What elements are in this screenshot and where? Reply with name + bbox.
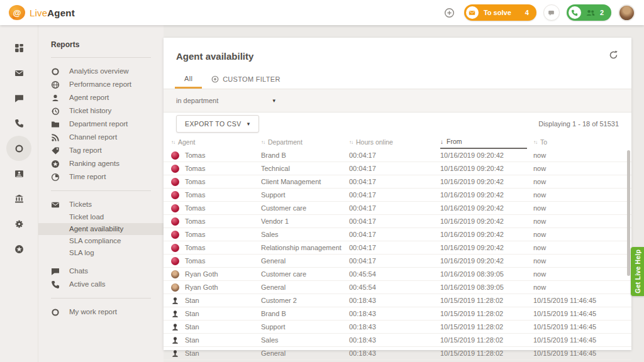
export-to-csv-button[interactable]: EXPORT TO CSV ▾ [176, 115, 259, 133]
sidebar-item-ticket-history[interactable]: Ticket history [38, 104, 164, 118]
hours-online-cell: 00:18:43 [349, 323, 440, 331]
agent-avatar [171, 270, 179, 278]
sidebar-subitem-sla-compliance[interactable]: SLA compliance [38, 235, 164, 247]
rail-item-company[interactable] [6, 186, 31, 211]
agent-name: Tomas [185, 217, 205, 225]
refresh-button[interactable] [609, 50, 619, 60]
column-header-to[interactable]: ↑↓To [533, 135, 625, 149]
plus-circle-icon [444, 8, 455, 18]
plus-circle-icon [211, 75, 219, 83]
table-row[interactable]: StanSales00:18:4310/15/2019 11:28:0210/1… [164, 334, 631, 347]
calls-status-button[interactable]: 2 [567, 4, 611, 21]
sort-icon: ↑↓ [261, 140, 265, 145]
rail-item-settings[interactable] [6, 211, 31, 236]
table-row[interactable]: StanSupport00:18:4310/15/2019 11:28:0210… [164, 321, 631, 334]
rail-item-calls[interactable] [6, 111, 31, 136]
sidebar-item-my-work-report[interactable]: My work report [38, 305, 164, 319]
sidebar-item-time-report[interactable]: Time report [38, 170, 164, 184]
sidebar-item-label: Tag report [69, 146, 102, 155]
agent-avatar [171, 244, 179, 252]
sidebar-item-agent-report[interactable]: Agent report [38, 91, 164, 104]
table-row[interactable]: TomasTechnical00:04:1710/16/2019 09:20:4… [164, 162, 631, 175]
table-row[interactable]: TomasVendor 100:04:1710/16/2019 09:20:42… [164, 215, 631, 228]
table-row[interactable]: TomasCustomer care00:04:1710/16/2019 09:… [164, 202, 631, 215]
to-cell: now [533, 204, 625, 212]
agent-cell: Tomas [171, 244, 261, 252]
department-filter-select[interactable]: in department ▾ [176, 97, 275, 104]
table-row[interactable]: StanCustomer 200:18:4310/15/2019 11:28:0… [164, 294, 631, 307]
sidebar-item-channel-report[interactable]: Channel report [38, 131, 164, 144]
hours-online-cell: 00:18:43 [349, 297, 440, 304]
divider [51, 57, 151, 58]
agent-avatar [171, 178, 179, 186]
sidebar-subitem-agent-availability[interactable]: Agent availability [38, 223, 164, 235]
sidebar-title: Reports [38, 36, 164, 50]
from-cell: 10/15/2019 11:28:02 [440, 310, 533, 317]
add-new-button[interactable] [442, 5, 457, 20]
agent-name: Tomas [185, 191, 205, 199]
rail-item-contacts[interactable] [6, 161, 31, 186]
table-row[interactable]: TomasRelationship management00:04:1710/1… [164, 241, 631, 255]
liveagent-logo[interactable]: @ LiveAgent [9, 5, 75, 20]
sidebar-item-label: Chats [69, 266, 88, 276]
table-scrollbar[interactable] [627, 150, 630, 276]
chats-indicator-button[interactable] [543, 4, 560, 21]
rail-item-tickets[interactable] [6, 60, 31, 85]
hours-online-cell: 00:45:54 [349, 270, 440, 278]
from-cell: 10/16/2019 09:20:42 [440, 204, 533, 212]
hours-online-cell: 00:04:17 [349, 204, 440, 212]
sidebar-item-analytics-overview[interactable]: Analytics overview [38, 65, 164, 78]
rail-item-achievements[interactable] [6, 236, 31, 261]
sidebar-item-performance-report[interactable]: Performance report [38, 78, 164, 91]
history-icon [51, 107, 60, 116]
table-row[interactable]: StanGeneral00:18:4310/15/2019 11:28:0210… [164, 347, 631, 360]
sidebar-item-ranking-agents[interactable]: Ranking agents [38, 157, 164, 170]
sidebar-item-tickets[interactable]: Tickets [38, 198, 164, 211]
sidebar-item-label: Department report [69, 119, 128, 129]
agent-cell: Tomas [171, 165, 261, 173]
rail-item-dashboard[interactable] [6, 35, 31, 60]
liveagent-logo-text: LiveAgent [30, 8, 75, 18]
to-solve-button[interactable]: To solve 4 [464, 4, 536, 21]
to-cell: 10/15/2019 11:46:45 [533, 336, 625, 344]
sidebar-item-active-calls[interactable]: Active calls [38, 278, 164, 291]
department-cell: Brand B [261, 310, 349, 317]
sidebar-item-department-report[interactable]: Department report [38, 118, 164, 131]
tab-custom-filter[interactable]: CUSTOM FILTER [202, 70, 290, 89]
table-row[interactable]: Ryan GothGeneral00:45:5410/16/2019 08:39… [164, 281, 631, 294]
reports-icon [14, 144, 24, 153]
rail-item-chats[interactable] [6, 85, 31, 111]
get-live-help-ribbon[interactable]: Get Live Help [631, 247, 644, 296]
hours-online-cell: 00:45:54 [349, 283, 440, 291]
sidebar-item-label: Ticket history [69, 106, 111, 116]
column-header-hours-online[interactable]: ↑↓Hours online [349, 135, 440, 149]
tickets-icon [14, 69, 24, 78]
from-cell: 10/16/2019 09:20:42 [440, 178, 533, 185]
sidebar-item-chats[interactable]: Chats [38, 265, 164, 278]
column-header-agent[interactable]: ↑↓Agent [171, 135, 261, 149]
sidebar-subitem-ticket-load[interactable]: Ticket load [38, 211, 164, 223]
table-row[interactable]: StanBrand B00:18:4310/15/2019 11:28:0210… [164, 307, 631, 321]
sidebar-item-label: Performance report [69, 80, 131, 89]
agent-name: Stan [185, 297, 199, 304]
table-row[interactable]: Ryan GothCustomer care00:45:5410/16/2019… [164, 268, 631, 281]
reports-sidebar: Reports Analytics overviewPerformance re… [38, 25, 164, 362]
sidebar-subitem-sla-log[interactable]: SLA log [38, 247, 164, 259]
table-row[interactable]: TomasBrand B00:04:1710/16/2019 09:20:42n… [164, 149, 631, 162]
table-row[interactable]: TomasClient Management00:04:1710/16/2019… [164, 175, 631, 189]
column-header-from[interactable]: ↓From [440, 135, 527, 149]
time-icon [51, 173, 60, 182]
tab-all[interactable]: All [175, 70, 202, 89]
sidebar-item-tag-report[interactable]: Tag report [38, 144, 164, 157]
agents-online-icon [586, 9, 595, 16]
column-header-department[interactable]: ↑↓Department [261, 135, 349, 149]
hours-online-cell: 00:04:17 [349, 257, 440, 265]
department-cell: Customer care [261, 204, 349, 212]
user-avatar[interactable] [618, 4, 635, 21]
table-row[interactable]: TomasSupport00:04:1710/16/2019 09:20:42n… [164, 189, 631, 202]
table-row[interactable]: TomasSales00:04:1710/16/2019 09:20:42now [164, 228, 631, 241]
agent-name: Tomas [185, 165, 205, 172]
rail-item-reports[interactable] [6, 136, 31, 161]
table-row[interactable]: TomasGeneral00:04:1710/16/2019 09:20:42n… [164, 255, 631, 268]
from-cell: 10/16/2019 09:20:42 [440, 231, 533, 238]
